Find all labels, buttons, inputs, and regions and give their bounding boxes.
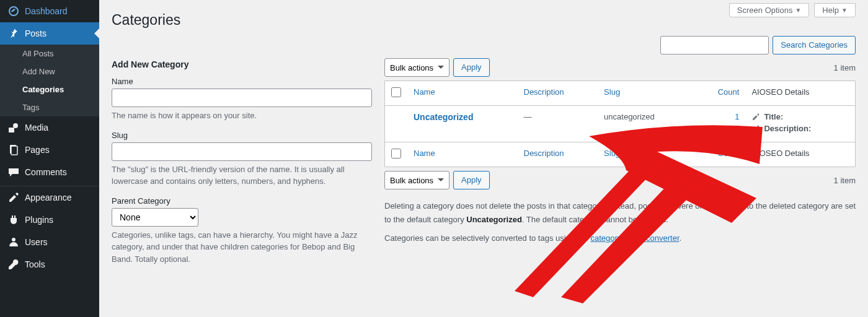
item-count-bottom: 1 item [834,176,856,185]
select-all-bottom[interactable] [391,149,401,158]
sidebar-item-label: Dashboard [25,6,68,16]
sidebar-item-plugins[interactable]: Plugins [0,209,99,231]
col-slug-foot[interactable]: Slug [598,142,694,167]
col-count[interactable]: Count [694,81,745,106]
sidebar-item-label: Pages [25,145,50,155]
sidebar-item-label: Tools [25,259,45,269]
sidebar-item-comments[interactable]: Comments [0,161,99,183]
name-label: Name [112,77,372,86]
row-slug: uncategorized [598,106,694,142]
row-count[interactable]: 1 [735,112,739,121]
search-row: Search Categories [660,36,856,54]
col-aioseo-foot: AIOSEO Details [745,142,855,167]
aioseo-desc-label: Description: [764,124,811,133]
sidebar-item-label: Posts [25,28,46,38]
screen-options-button[interactable]: Screen Options ▼ [729,3,810,17]
col-name-foot[interactable]: Name [407,142,518,167]
add-category-form: Add New Category Name The name is how it… [112,54,372,274]
submenu-categories[interactable]: Categories [0,80,99,98]
admin-sidebar: Dashboard Posts All Posts Add New Catego… [0,0,99,317]
help-label: Help [822,6,839,15]
parent-description: Categories, unlike tags, can have a hier… [112,229,372,266]
slug-description: The "slug" is the URL-friendly version o… [112,163,372,188]
note-default-category: Uncategorized [466,215,522,224]
form-heading: Add New Category [112,59,372,69]
svg-point-4 [12,238,16,241]
col-description[interactable]: Description [518,81,598,106]
help-button[interactable]: Help ▼ [814,3,856,17]
sidebar-item-tools[interactable]: Tools [0,253,99,276]
table-row: Uncategorized — uncategorized 1 Title: D… [385,106,855,142]
categories-table: Name Description Slug Count AIOSEO Detai… [384,80,856,167]
note-text: . [680,233,682,243]
submenu-add-new[interactable]: Add New [0,63,99,80]
search-input[interactable] [660,36,769,54]
col-aioseo: AIOSEO Details [745,81,855,106]
item-count-top: 1 item [834,63,856,72]
select-all-top[interactable] [391,87,401,97]
dashboard-icon [7,5,20,17]
note-text: . The default category cannot be deleted… [522,215,668,224]
footer-notes: Deleting a category does not delete the … [384,199,856,245]
sidebar-item-pages[interactable]: Pages [0,139,99,161]
tablenav-top: Bulk actions Apply 1 item [384,58,856,77]
chevron-down-icon: ▼ [841,7,848,14]
apply-bottom-button[interactable]: Apply [453,171,490,189]
comments-icon [7,166,20,178]
bulk-actions-bottom[interactable]: Bulk actions [384,171,450,189]
tablenav-bottom: Bulk actions Apply 1 item [384,171,856,189]
categories-list: Bulk actions Apply 1 item Name Descripti… [384,54,856,274]
sidebar-item-label: Users [25,237,48,247]
row-description: — [518,106,598,142]
sidebar-item-users[interactable]: Users [0,231,99,253]
posts-submenu: All Posts Add New Categories Tags [0,45,99,116]
row-name[interactable]: Uncategorized [414,112,473,122]
appearance-icon [7,191,20,204]
plugins-icon [7,214,20,226]
screen-options-label: Screen Options [737,6,793,15]
sidebar-item-label: Plugins [25,215,53,225]
name-description: The name is how it appears on your site. [112,110,372,122]
slug-input[interactable] [112,142,372,161]
note-text: Categories can be selectively converted … [384,233,590,243]
submenu-all-posts[interactable]: All Posts [0,45,99,63]
category-converter-link[interactable]: category to tag converter [590,233,679,243]
apply-top-button[interactable]: Apply [453,58,490,77]
sidebar-item-posts[interactable]: Posts [0,22,99,45]
svg-rect-1 [9,128,14,132]
col-description-foot[interactable]: Description [518,142,598,167]
parent-select[interactable]: None [112,208,198,227]
search-categories-button[interactable]: Search Categories [773,36,856,54]
sidebar-item-dashboard[interactable]: Dashboard [0,0,99,22]
users-icon [7,236,20,248]
svg-rect-3 [11,146,17,155]
parent-label: Parent Category [112,196,372,206]
col-name[interactable]: Name [407,81,518,106]
pencil-icon [751,124,760,133]
sidebar-item-label: Appearance [25,193,72,202]
chevron-down-icon: ▼ [795,7,801,14]
name-input[interactable] [112,89,372,107]
pin-icon [7,27,20,40]
submenu-tags[interactable]: Tags [0,98,99,116]
col-slug[interactable]: Slug [598,81,694,106]
col-count-foot[interactable]: Count [694,142,745,167]
svg-point-0 [13,123,18,128]
pencil-icon [751,113,760,121]
sidebar-item-media[interactable]: Media [0,116,99,139]
main-content: Screen Options ▼ Help ▼ Categories Searc… [99,0,868,317]
tools-icon [7,258,20,271]
aioseo-title-label: Title: [764,112,783,121]
pages-icon [7,144,20,156]
sidebar-item-label: Media [25,123,48,132]
row-aioseo: Title: Description: [745,106,855,142]
media-icon [7,121,20,134]
sidebar-item-appearance[interactable]: Appearance [0,186,99,209]
sidebar-item-label: Comments [25,167,67,177]
slug-label: Slug [112,131,372,140]
bulk-actions-top[interactable]: Bulk actions [384,58,450,77]
